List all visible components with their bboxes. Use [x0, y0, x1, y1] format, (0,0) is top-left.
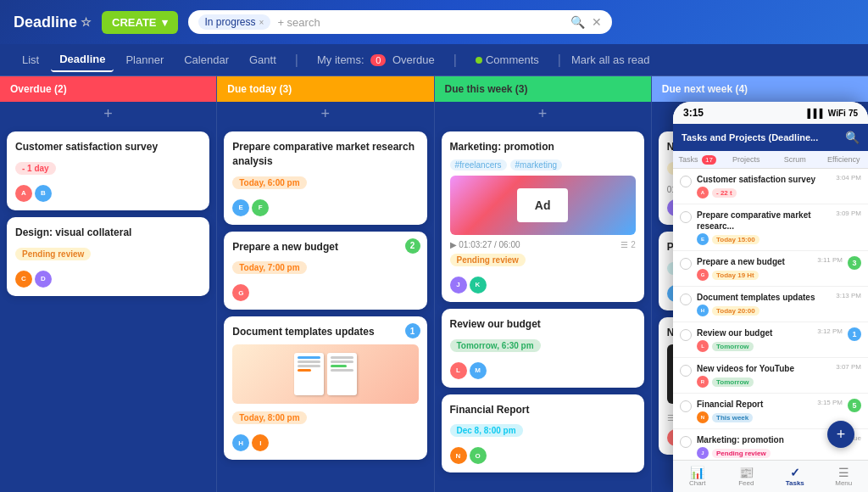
phone-item: Document templates updates H Today 20:00… — [673, 287, 868, 322]
comments-tab[interactable]: Comments — [467, 48, 548, 71]
phone-item-count: 3 — [848, 256, 861, 270]
phone-list: Customer satisfaction survey A - 22 t 3:… — [673, 169, 868, 460]
header: Deadline ☆ CREATE ▾ In progress × + sear… — [0, 0, 868, 44]
due-badge: Pending review — [712, 449, 771, 458]
card-title: Financial Report — [450, 403, 636, 417]
card-avatars: L M — [450, 362, 636, 379]
card-image-doc — [232, 344, 418, 404]
phone-nav-chart[interactable]: 📊 Chart — [673, 466, 722, 487]
nav-tabs: List Deadline Planner Calendar Gantt | M… — [0, 44, 868, 76]
card-counter: 1 — [405, 323, 420, 338]
phone-checkbox[interactable] — [680, 294, 692, 305]
card-num: ☰ 2 — [620, 240, 635, 249]
card-marketing-promo: Marketing: promotion #freelancers #marke… — [442, 131, 644, 302]
phone-item-content: Document templates updates H Today 20:00 — [697, 292, 831, 316]
phone-checkbox[interactable] — [680, 258, 692, 270]
phone-item-count: 5 — [848, 399, 861, 412]
phone-item-meta: H Today 20:00 — [697, 305, 831, 316]
search-tag-close[interactable]: × — [259, 18, 264, 27]
phone-item-time: 3:11 PM — [817, 256, 843, 264]
phone-fab-button[interactable]: + — [827, 421, 854, 448]
card-timer: ▶ 01:03:27 / 06:00 — [450, 240, 520, 249]
card-review-budget: Review our budget Tomorrow, 6:30 pm L M — [442, 309, 644, 388]
phone-tab-scrum[interactable]: Scrum — [771, 151, 820, 168]
nav-separator: | — [295, 53, 298, 68]
mini-avatar: H — [697, 305, 709, 316]
phone-item-meta: G Today 19 Ht — [697, 269, 812, 281]
avatar: L — [450, 362, 467, 379]
ad-text: Ad — [535, 198, 551, 212]
column-due-today-cards: Prepare comparative market research anal… — [217, 126, 433, 492]
logo-star: ☆ — [81, 15, 92, 29]
menu-icon: ☰ — [820, 466, 869, 479]
phone-nav-menu-label: Menu — [835, 479, 852, 487]
search-tag[interactable]: In progress × — [198, 14, 271, 30]
card-badge: Dec 8, 8:00 pm — [450, 424, 523, 437]
search-bar: In progress × + search 🔍 ✕ — [188, 10, 612, 34]
column-due-week-header: Due this week (3) — [435, 76, 651, 102]
phone-checkbox[interactable] — [680, 329, 692, 341]
phone-item-title: Customer satisfaction survey — [697, 174, 831, 185]
phone-search-icon[interactable]: 🔍 — [845, 131, 860, 144]
phone-item-title: Financial Report — [697, 399, 812, 410]
due-badge: Today 19 Ht — [712, 271, 759, 280]
avatar: B — [35, 185, 52, 202]
card-title: Review our budget — [450, 317, 636, 332]
column-overdue-add[interactable]: + — [0, 102, 216, 126]
logo: Deadline ☆ — [14, 14, 92, 31]
card-badge: Tomorrow, 6:30 pm — [450, 339, 541, 352]
card-badge: Today, 7:00 pm — [232, 261, 306, 274]
phone-nav-tasks-label: Tasks — [786, 479, 804, 487]
card-title: Prepare comparative market research anal… — [232, 140, 418, 169]
card-market-research: Prepare comparative market research anal… — [224, 131, 426, 225]
tab-list[interactable]: List — [14, 48, 47, 71]
tasks-icon: ✓ — [771, 466, 820, 479]
search-placeholder[interactable]: + search — [277, 16, 563, 29]
doc-page — [294, 353, 324, 395]
phone-checkbox[interactable] — [680, 211, 692, 223]
phone-bottom-nav: 📊 Chart 📰 Feed ✓ Tasks ☰ Menu — [673, 460, 868, 492]
close-icon[interactable]: ✕ — [592, 15, 602, 29]
phone-checkbox[interactable] — [680, 400, 692, 412]
phone-item-title: Review our budget — [697, 327, 812, 338]
tab-gantt[interactable]: Gantt — [241, 48, 285, 71]
my-items-label: My items: 0 Overdue — [309, 48, 443, 71]
tab-deadline[interactable]: Deadline — [51, 48, 114, 72]
phone-nav-tasks[interactable]: ✓ Tasks — [771, 466, 820, 487]
doc-pages — [289, 348, 362, 400]
card-badge: Today, 8:00 pm — [232, 411, 306, 424]
card-avatars: A B — [15, 185, 201, 202]
create-button[interactable]: CREATE ▾ — [102, 11, 177, 34]
phone-item-meta: L Tomorrow — [697, 340, 812, 352]
card-avatars: J K — [450, 277, 636, 294]
phone-tab-efficiency[interactable]: Efficiency — [820, 151, 869, 168]
card-tag: #freelancers — [450, 159, 507, 171]
phone-item-count: 1 — [848, 327, 861, 341]
mark-all-button[interactable]: Mark all as read — [571, 53, 649, 66]
phone-item-meta: A - 22 t — [697, 187, 831, 198]
phone-nav-feed[interactable]: 📰 Feed — [722, 466, 771, 487]
phone-status-bar: 3:15 ▌▌▌ WiFi 75 — [673, 102, 868, 124]
tab-calendar[interactable]: Calendar — [175, 48, 237, 71]
phone-checkbox[interactable] — [680, 436, 692, 448]
due-badge: Tomorrow — [712, 342, 754, 351]
phone-tab-projects[interactable]: Projects — [722, 151, 771, 168]
tab-planner[interactable]: Planner — [117, 48, 172, 71]
column-due-today-add[interactable]: + — [217, 102, 433, 126]
phone-item: Prepare comparative market researc... E … — [673, 204, 868, 251]
column-due-week-add[interactable]: + — [435, 102, 651, 126]
phone-tab-tasks[interactable]: Tasks 17 — [673, 151, 722, 168]
phone-checkbox[interactable] — [680, 176, 692, 187]
nav-separator-2: | — [453, 53, 457, 68]
phone-nav-chart-label: Chart — [689, 479, 706, 487]
card-title: Prepare a new budget — [232, 240, 418, 254]
phone-item-content: Marketing: promotion J Pending review — [697, 434, 845, 459]
phone-overlay: 3:15 ▌▌▌ WiFi 75 Tasks and Projects (Dea… — [673, 102, 868, 492]
phone-item-meta: J Pending review — [697, 447, 845, 459]
card-image-marketing: Ad — [450, 176, 636, 235]
phone-checkbox[interactable] — [680, 365, 692, 377]
card-financial-report: Financial Report Dec 8, 8:00 pm N O — [442, 394, 644, 473]
phone-nav-menu[interactable]: ☰ Menu — [820, 466, 869, 487]
avatar: C — [15, 271, 32, 288]
search-icon[interactable]: 🔍 — [570, 15, 585, 29]
